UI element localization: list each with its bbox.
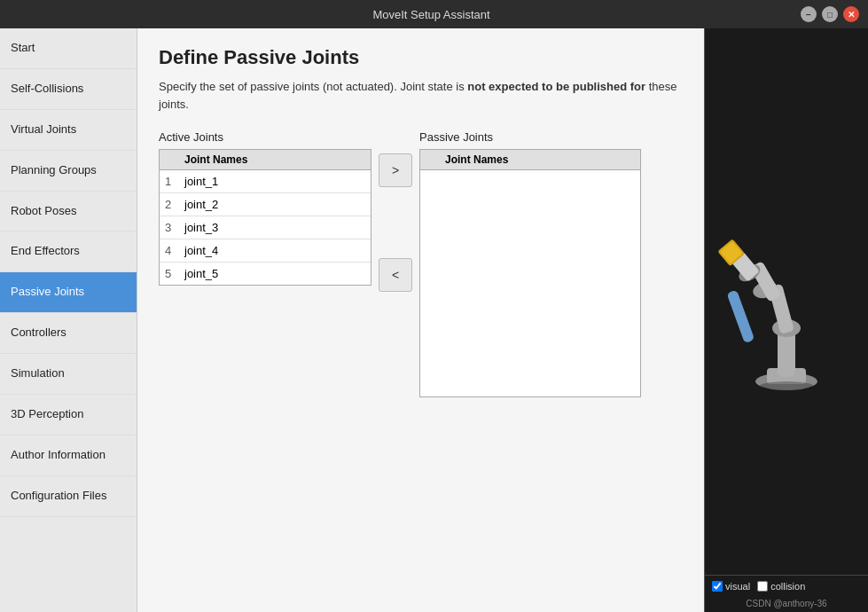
svg-point-12 [760, 381, 813, 390]
passive-joints-label: Passive Joints [419, 130, 641, 144]
active-name-col-header: Joint Names [184, 153, 365, 166]
sidebar-item-passive-joints[interactable]: Passive Joints [0, 272, 137, 313]
collision-label: collision [770, 581, 805, 592]
table-row[interactable]: 2 joint_2 [160, 193, 371, 216]
page-title: Define Passive Joints [159, 46, 683, 69]
passive-joints-table: Joint Names [419, 149, 641, 397]
watermark: CSDN @anthony-36 [705, 597, 868, 612]
minimize-button[interactable]: − [801, 6, 817, 22]
window-controls: − □ ✕ [801, 6, 859, 22]
visual-checkbox[interactable] [712, 581, 723, 592]
table-row[interactable]: 5 joint_5 [160, 263, 371, 285]
viewport-render [705, 28, 868, 575]
main-content: Define Passive Joints Specify the set of… [137, 28, 704, 612]
sidebar-item-author-information[interactable]: Author Information [0, 435, 137, 476]
table-row[interactable]: 3 joint_3 [160, 216, 371, 239]
sidebar-item-planning-groups[interactable]: Planning Groups [0, 151, 137, 192]
active-num-col [165, 153, 184, 166]
sidebar-item-simulation[interactable]: Simulation [0, 354, 137, 395]
window-title: MoveIt Setup Assistant [62, 8, 801, 21]
sidebar-item-self-collisions[interactable]: Self-Collisions [0, 69, 137, 110]
sidebar-item-end-effectors[interactable]: End Effectors [0, 231, 137, 272]
visual-checkbox-label[interactable]: visual [712, 581, 750, 592]
transfer-buttons: > < [371, 153, 419, 292]
robot-svg [716, 204, 857, 399]
title-bar: MoveIt Setup Assistant − □ ✕ [0, 0, 868, 28]
table-row[interactable]: 4 joint_4 [160, 239, 371, 263]
transfer-forward-button[interactable]: > [379, 153, 412, 187]
close-button[interactable]: ✕ [843, 6, 859, 22]
sidebar-item-3d-perception[interactable]: 3D Perception [0, 395, 137, 435]
active-joints-header: Joint Names [160, 150, 371, 170]
page-description: Specify the set of passive joints (not a… [159, 78, 683, 113]
visual-label: visual [725, 581, 750, 592]
sidebar-item-start[interactable]: Start [0, 28, 137, 69]
svg-rect-11 [726, 290, 755, 343]
viewport-controls: visual collision [705, 575, 868, 597]
app-body: Start Self-Collisions Virtual Joints Pla… [0, 28, 868, 612]
active-joints-label: Active Joints [159, 130, 371, 144]
active-joints-table: Joint Names 1 joint_1 2 joint_2 3 joint_… [159, 149, 371, 286]
passive-name-col-header: Joint Names [445, 153, 635, 166]
maximize-button[interactable]: □ [822, 6, 838, 22]
collision-checkbox-label[interactable]: collision [757, 581, 805, 592]
sidebar-item-virtual-joints[interactable]: Virtual Joints [0, 110, 137, 151]
transfer-back-button[interactable]: < [379, 258, 412, 292]
collision-checkbox[interactable] [757, 581, 768, 592]
sidebar-item-robot-poses[interactable]: Robot Poses [0, 192, 137, 232]
sidebar-item-controllers[interactable]: Controllers [0, 313, 137, 354]
active-joints-panel: Active Joints Joint Names 1 joint_1 2 jo… [159, 130, 371, 286]
passive-joints-header: Joint Names [420, 150, 640, 170]
joints-layout: Active Joints Joint Names 1 joint_1 2 jo… [159, 130, 683, 397]
table-row[interactable]: 1 joint_1 [160, 170, 371, 193]
passive-joints-panel: Passive Joints Joint Names [419, 130, 641, 397]
sidebar-item-configuration-files[interactable]: Configuration Files [0, 476, 137, 517]
passive-num-col [426, 153, 445, 166]
sidebar: Start Self-Collisions Virtual Joints Pla… [0, 28, 137, 612]
viewport: visual collision CSDN @anthony-36 [704, 28, 868, 612]
